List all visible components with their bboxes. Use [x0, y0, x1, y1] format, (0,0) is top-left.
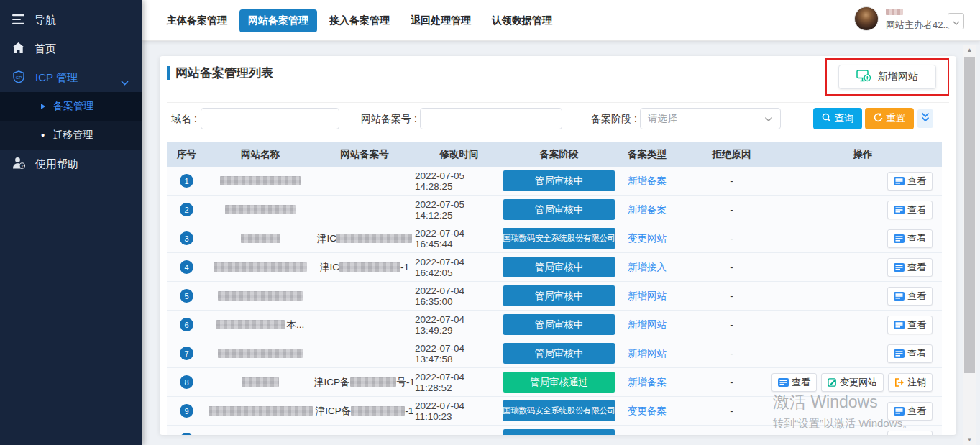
view-icon: [894, 234, 905, 243]
cell-index: 3: [167, 231, 206, 245]
cell-operations: 查看: [784, 229, 942, 248]
tab-access-filing[interactable]: 接入备案管理: [321, 9, 398, 32]
cell-icp-number: 津IC-1: [314, 261, 415, 274]
cell-index: 7: [167, 347, 206, 360]
expand-filters-button[interactable]: [917, 109, 933, 128]
cell-stage: 管局审核中: [503, 285, 615, 306]
row-number-badge: 2: [180, 203, 193, 216]
sidebar-item-migration-management[interactable]: • 迁移管理: [0, 121, 142, 150]
cell-filing-type: 变更网站: [615, 232, 679, 245]
cell-icp-number: 津IC: [314, 232, 415, 245]
chevron-down-icon: [764, 112, 773, 125]
sidebar-item-icp-management[interactable]: CP ICP 管理: [0, 63, 142, 92]
tab-website-filing[interactable]: 网站备案管理: [239, 9, 317, 32]
view-icon: [894, 407, 905, 416]
sidebar-item-label: 导航: [35, 14, 56, 27]
cell-index: 1: [167, 174, 206, 188]
cell-reject-reason: -: [679, 377, 784, 387]
cell-stage: 管局审核中: [503, 170, 615, 191]
cell-site-name: [206, 234, 314, 243]
tab-claim-data[interactable]: 认领数据管理: [483, 9, 561, 32]
cell-stage: 管局审核中: [503, 199, 615, 220]
table-body: 12022-07-05 14:28:25管局审核中新增备案-查看22022-07…: [167, 167, 942, 435]
redacted-icp-number: [351, 406, 405, 416]
cell-operations: 查看: [784, 344, 942, 363]
cell-modified-time: 2022-07-04 16:45:44: [415, 228, 503, 249]
tab-subject-filing[interactable]: 主体备案管理: [158, 9, 236, 32]
scrollbar: ▲ ▼: [963, 45, 976, 445]
redacted-site-name: [218, 349, 303, 358]
stage-select[interactable]: 请选择: [640, 108, 781, 129]
redacted-icp-number: [339, 262, 400, 272]
search-label: 查询: [835, 112, 854, 125]
cell-stage: 管局审核中: [503, 343, 615, 364]
cell-operations: 查看: [784, 431, 942, 436]
cancel-icon: [894, 378, 905, 387]
sidebar-item-help[interactable]: ? 使用帮助: [0, 150, 142, 178]
change-button[interactable]: 变更网站: [821, 373, 884, 392]
column-header-index: 序号: [167, 148, 206, 161]
cell-icp-number: 津ICP备号-1: [314, 376, 415, 389]
stage-badge: 管局审核中: [503, 199, 615, 220]
view-button[interactable]: 查看: [887, 431, 933, 436]
view-button[interactable]: 查看: [887, 344, 933, 363]
redacted-site-name: [209, 406, 313, 416]
cell-reject-reason: -: [679, 233, 784, 244]
sidebar: 导航 首页 CP ICP 管理 备案管理 • 迁移管理 ? 使用帮助: [0, 0, 142, 445]
column-header-modified-time: 修改时间: [415, 148, 503, 161]
table-row: 10查看: [167, 426, 942, 435]
user-dropdown-button[interactable]: [948, 13, 964, 29]
cell-index: 8: [167, 375, 206, 389]
add-website-label: 新增网站: [878, 70, 918, 83]
cell-filing-type: 新增备案: [615, 175, 679, 188]
cell-operations: 查看变更网站注销: [784, 373, 942, 392]
sidebar-item-label: 迁移管理: [52, 129, 93, 142]
cell-stage: 管局审核通过: [503, 372, 615, 393]
user-avatar[interactable]: [854, 6, 879, 31]
view-icon: [894, 292, 905, 301]
domain-input[interactable]: [201, 108, 339, 129]
add-website-button[interactable]: 新增网站: [838, 65, 936, 89]
page-title: 网站备案管理列表: [175, 65, 273, 81]
tab-return-processing[interactable]: 退回处理管理: [402, 9, 480, 32]
view-button[interactable]: 查看: [887, 229, 933, 248]
reset-button[interactable]: 重置: [865, 108, 914, 129]
scroll-down-arrow[interactable]: ▼: [963, 434, 976, 445]
redacted-site-name: [241, 234, 280, 243]
cancel-button[interactable]: 注销: [888, 373, 933, 392]
view-button[interactable]: 查看: [887, 316, 933, 334]
view-button[interactable]: 查看: [887, 402, 933, 421]
search-button[interactable]: 查询: [813, 108, 862, 129]
table-row: 52022-07-04 16:35:00管局审核中新增网站-查看: [167, 282, 942, 311]
cell-index: 10: [167, 433, 206, 435]
view-icon: [894, 177, 905, 185]
sidebar-item-nav[interactable]: 导航: [0, 6, 142, 35]
view-button[interactable]: 查看: [887, 172, 933, 191]
view-label: 查看: [907, 261, 926, 274]
icp-suffix: -1: [405, 405, 413, 416]
cell-reject-reason: -: [679, 348, 784, 359]
column-header-reject-reason: 拒绝原因: [679, 148, 784, 161]
cell-site-name: [206, 262, 314, 272]
change-icon: [828, 377, 837, 387]
column-header-icp-number: 网站备案号: [314, 148, 415, 161]
row-number-badge: 5: [180, 289, 193, 303]
stage-badge: 管局审核中: [503, 170, 615, 191]
icp-number-input[interactable]: [420, 108, 562, 129]
sidebar-item-label: 备案管理: [53, 100, 93, 113]
view-label: 查看: [907, 290, 926, 303]
view-button[interactable]: 查看: [771, 373, 817, 392]
cell-index: 2: [167, 203, 206, 216]
topbar: 主体备案管理 网站备案管理 接入备案管理 退回处理管理 认领数据管理 网站主办者…: [142, 0, 980, 41]
divider: [167, 102, 949, 103]
view-button[interactable]: 查看: [887, 258, 933, 277]
cell-filing-type: 变更备案: [615, 405, 679, 418]
scroll-up-arrow[interactable]: ▲: [963, 45, 976, 55]
table-row: 9津ICP备-12022-07-04 11:10:23国瑞数码安全系统股份有限公…: [167, 397, 942, 426]
view-button[interactable]: 查看: [887, 201, 933, 219]
scroll-thumb[interactable]: [964, 57, 975, 373]
sidebar-item-home[interactable]: 首页: [0, 35, 142, 63]
cell-site-name: 本...: [206, 318, 314, 331]
sidebar-item-filing-management[interactable]: 备案管理: [0, 92, 142, 121]
view-button[interactable]: 查看: [887, 287, 933, 306]
